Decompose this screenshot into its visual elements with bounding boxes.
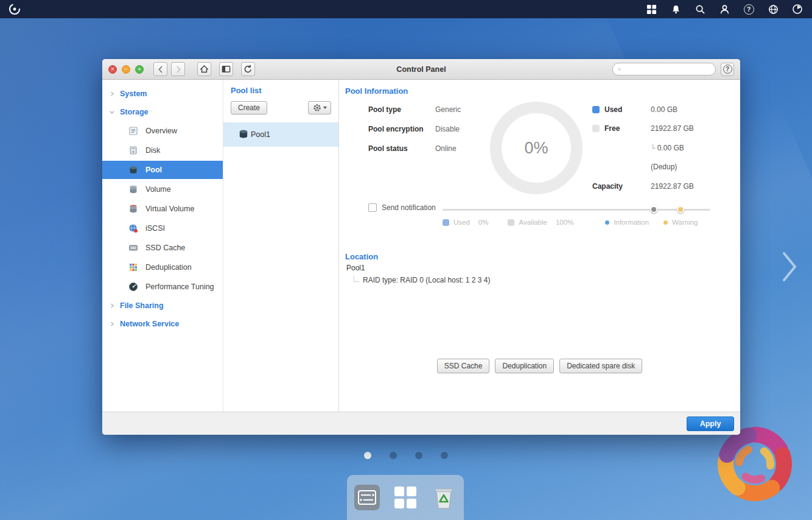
titlebar-search[interactable] (612, 63, 716, 76)
language-icon[interactable] (767, 3, 779, 15)
sidebar: System Storage Overview Disk Pool (102, 80, 223, 412)
control-panel-dock-icon[interactable] (352, 483, 382, 512)
create-button[interactable]: Create (231, 101, 267, 114)
desktop-page-dot[interactable] (390, 452, 397, 459)
search-icon (618, 66, 621, 73)
field-value: Online (435, 144, 457, 153)
warning-threshold-handle[interactable] (677, 206, 684, 213)
send-notification-checkbox[interactable] (368, 203, 377, 212)
pool-information-title: Pool Information (345, 86, 408, 96)
pool-icon (238, 128, 249, 141)
desktop-page-dot[interactable] (364, 452, 371, 459)
forward-button[interactable] (171, 62, 185, 76)
recycle-bin-dock-icon[interactable] (429, 483, 458, 512)
deduplication-button[interactable]: Deduplication (495, 359, 554, 373)
notifications-icon[interactable] (670, 3, 682, 15)
back-button[interactable] (153, 62, 167, 76)
pool-list-item[interactable]: Pool1 (223, 122, 338, 147)
next-page-chevron[interactable] (782, 251, 797, 285)
topbar: ? (0, 0, 812, 18)
field-row: Pool encryption Disable (368, 119, 461, 139)
used-legend: Used (592, 105, 651, 114)
virtual-volume-icon (128, 203, 139, 214)
field-label: Pool encryption (368, 125, 435, 133)
threshold-slider[interactable] (443, 205, 710, 214)
location-pool-name: Pool1 (346, 264, 365, 272)
field-row: Pool type Generic (368, 100, 461, 119)
slider-track[interactable] (443, 209, 710, 211)
titlebar-tools (197, 62, 255, 76)
search-icon[interactable] (694, 3, 706, 15)
location-raid-row: RAID type: RAID 0 (Local host: 1 2 3 4) (354, 276, 490, 284)
overview-icon (128, 125, 139, 136)
sidebar-item-pool[interactable]: Pool (102, 161, 223, 179)
sidebar-section-label: System (120, 90, 147, 98)
capacity-label: Capacity (592, 182, 651, 191)
used-swatch (592, 106, 600, 113)
information-dot (605, 220, 609, 225)
desktop-page-dots (0, 452, 812, 459)
dedup-value: └0.00 GB (651, 144, 735, 152)
pool-settings-dropdown[interactable] (308, 101, 331, 114)
pool-icon (128, 164, 139, 175)
titlebar-search-input[interactable] (624, 66, 710, 73)
field-row: Pool status Online (368, 139, 461, 158)
usage-percent: 0% (524, 139, 548, 158)
pool-list-toolbar: Create (231, 101, 331, 114)
help-icon[interactable]: ? (743, 3, 755, 15)
legend-information: Information (605, 219, 649, 226)
dock (347, 475, 464, 520)
desktop-page-dot[interactable] (415, 452, 422, 459)
brand-logo[interactable] (9, 3, 21, 15)
close-button[interactable]: × (108, 65, 117, 74)
dedicated-spare-disk-button[interactable]: Dedicated spare disk (559, 359, 642, 373)
used-swatch (443, 219, 449, 226)
sidebar-item-label: iSCSI (145, 224, 165, 233)
sidebar-item-performance-tuning[interactable]: Performance Tuning (102, 277, 223, 297)
sidebar-item-label: SSD Cache (145, 244, 185, 252)
window-body: System Storage Overview Disk Pool (102, 80, 740, 412)
titlebar-help-button[interactable]: ? (721, 63, 734, 76)
sidebar-item-disk[interactable]: Disk (102, 141, 223, 160)
apply-button[interactable]: Apply (687, 416, 734, 431)
deduplication-icon (128, 262, 139, 273)
usage-donut-chart: 0% (490, 102, 583, 194)
sidebar-section-storage[interactable]: Storage (102, 103, 223, 121)
window-titlebar[interactable]: × − + (102, 59, 740, 80)
sidebar-item-iscsi[interactable]: iSCSI (102, 219, 223, 238)
information-threshold-handle[interactable] (650, 206, 657, 213)
sidebar-toggle-button[interactable] (219, 62, 233, 76)
refresh-button[interactable] (241, 62, 255, 76)
sidebar-section-label: Storage (120, 108, 149, 116)
sidebar-item-label: Deduplication (145, 263, 192, 272)
sidebar-item-ssd-cache[interactable]: SSD SSD Cache (102, 238, 223, 258)
sidebar-item-label: Performance Tuning (145, 283, 214, 291)
minimize-button[interactable]: − (122, 65, 130, 74)
desktop-page-dot[interactable] (441, 452, 448, 459)
chevron-right-icon (110, 303, 114, 308)
maximize-button[interactable]: + (135, 65, 144, 74)
ssd-cache-icon: SSD (128, 242, 139, 253)
field-label: Pool type (368, 105, 435, 114)
user-icon[interactable] (718, 3, 730, 15)
ssd-cache-button[interactable]: SSD Cache (437, 359, 490, 373)
sidebar-item-volume[interactable]: Volume (102, 180, 223, 199)
send-notification-row: Send notification (368, 203, 436, 212)
svg-text:SSD: SSD (130, 247, 136, 250)
legend-warning: Warning (663, 219, 698, 226)
location-title: Location (345, 252, 378, 261)
apps-icon[interactable] (645, 3, 657, 15)
legend-available: Available100% (508, 219, 573, 226)
titlebar-right: ? (612, 63, 734, 76)
home-button[interactable] (197, 62, 211, 76)
app-center-dock-icon[interactable] (391, 483, 420, 512)
window-controls: × − + (108, 65, 144, 74)
sidebar-item-overview[interactable]: Overview (102, 121, 223, 141)
field-label: Pool status (368, 144, 435, 153)
sidebar-section-system[interactable]: System (102, 85, 223, 103)
resource-monitor-icon[interactable] (791, 3, 803, 15)
sidebar-item-deduplication[interactable]: Deduplication (102, 258, 223, 277)
sidebar-section-file-sharing[interactable]: File Sharing (102, 297, 223, 315)
sidebar-section-network-service[interactable]: Network Service (102, 315, 223, 333)
sidebar-item-virtual-volume[interactable]: Virtual Volume (102, 199, 223, 219)
